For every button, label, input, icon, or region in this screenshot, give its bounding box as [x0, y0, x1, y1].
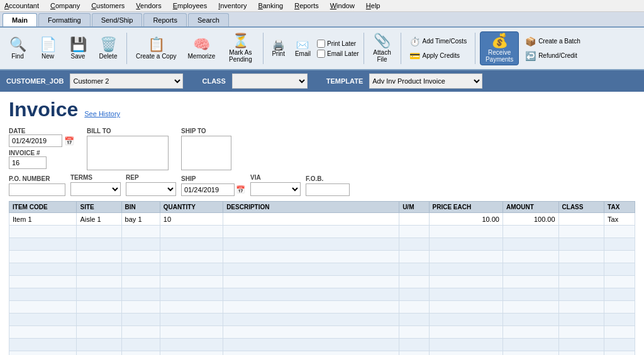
empty-cell[interactable] — [77, 226, 121, 238]
empty-cell[interactable] — [77, 301, 121, 314]
empty-cell[interactable] — [502, 326, 558, 339]
empty-cell[interactable] — [399, 263, 429, 276]
empty-cell[interactable] — [121, 288, 160, 301]
cell-amount[interactable]: 100.00 — [502, 213, 558, 226]
rep-select[interactable] — [126, 182, 176, 196]
add-time-button[interactable]: ⏱️ Add Time/Costs — [406, 35, 471, 48]
customer-job-select[interactable]: Customer 2 — [70, 74, 183, 89]
empty-cell[interactable] — [429, 288, 502, 301]
empty-cell[interactable] — [399, 238, 429, 251]
menu-accountant[interactable]: Accountant — [3, 1, 41, 10]
empty-cell[interactable] — [77, 276, 121, 288]
empty-cell[interactable] — [9, 226, 77, 238]
empty-cell[interactable] — [429, 326, 502, 339]
empty-cell[interactable] — [558, 339, 604, 351]
empty-cell[interactable] — [558, 351, 604, 356]
save-button[interactable]: 💾 Save — [64, 35, 92, 62]
refund-credit-button[interactable]: ↩️ Refund/Credit — [521, 50, 584, 62]
see-history-link[interactable]: See History — [84, 110, 120, 117]
empty-cell[interactable] — [77, 288, 121, 301]
empty-cell[interactable] — [223, 226, 399, 238]
empty-cell[interactable] — [77, 339, 121, 351]
empty-cell[interactable] — [399, 276, 429, 288]
empty-cell[interactable] — [223, 263, 399, 276]
menu-inventory[interactable]: Inventory — [216, 1, 248, 10]
empty-cell[interactable] — [160, 314, 223, 326]
terms-select[interactable] — [70, 182, 121, 196]
empty-cell[interactable] — [121, 226, 160, 238]
empty-cell[interactable] — [502, 314, 558, 326]
empty-cell[interactable] — [223, 276, 399, 288]
empty-cell[interactable] — [558, 301, 604, 314]
empty-cell[interactable] — [429, 226, 502, 238]
menu-vendors[interactable]: Vendors — [134, 1, 163, 10]
cell-item-code[interactable]: Item 1 — [9, 213, 77, 226]
empty-cell[interactable] — [604, 276, 635, 288]
empty-cell[interactable] — [429, 238, 502, 251]
cell-um[interactable] — [399, 213, 429, 226]
empty-cell[interactable] — [558, 251, 604, 263]
empty-cell[interactable] — [558, 226, 604, 238]
empty-cell[interactable] — [502, 251, 558, 263]
empty-cell[interactable] — [160, 301, 223, 314]
date-input[interactable] — [9, 134, 62, 147]
empty-cell[interactable] — [160, 226, 223, 238]
class-select[interactable] — [232, 74, 308, 89]
tab-formatting[interactable]: Formatting — [38, 13, 91, 26]
empty-cell[interactable] — [502, 263, 558, 276]
empty-cell[interactable] — [160, 326, 223, 339]
empty-cell[interactable] — [604, 301, 635, 314]
tab-main[interactable]: Main — [3, 13, 37, 26]
empty-cell[interactable] — [399, 339, 429, 351]
empty-cell[interactable] — [77, 238, 121, 251]
empty-cell[interactable] — [121, 301, 160, 314]
empty-cell[interactable] — [9, 351, 77, 356]
empty-cell[interactable] — [604, 238, 635, 251]
template-select[interactable]: Adv Inv Product Invoice — [369, 74, 482, 89]
empty-cell[interactable] — [502, 301, 558, 314]
menu-window[interactable]: Window — [328, 1, 357, 10]
empty-cell[interactable] — [223, 314, 399, 326]
empty-cell[interactable] — [9, 288, 77, 301]
tab-search[interactable]: Search — [188, 13, 229, 26]
create-batch-button[interactable]: 📦 Create a Batch — [521, 35, 584, 48]
ship-calendar-icon[interactable]: 📅 — [236, 185, 245, 194]
new-button[interactable]: 📄 New — [34, 35, 62, 62]
ship-to-address[interactable] — [181, 136, 231, 170]
empty-cell[interactable] — [9, 251, 77, 263]
cell-site[interactable]: Aisle 1 — [77, 213, 121, 226]
empty-cell[interactable] — [121, 251, 160, 263]
tab-send-ship[interactable]: Send/Ship — [92, 13, 143, 26]
empty-cell[interactable] — [429, 339, 502, 351]
empty-cell[interactable] — [429, 314, 502, 326]
via-select[interactable] — [250, 182, 301, 196]
empty-cell[interactable] — [399, 326, 429, 339]
empty-cell[interactable] — [399, 288, 429, 301]
cell-price-each[interactable]: 10.00 — [429, 213, 502, 226]
empty-cell[interactable] — [502, 276, 558, 288]
empty-cell[interactable] — [160, 251, 223, 263]
empty-cell[interactable] — [399, 226, 429, 238]
cell-description[interactable] — [223, 213, 399, 226]
empty-cell[interactable] — [9, 326, 77, 339]
empty-cell[interactable] — [429, 276, 502, 288]
email-later-checkbox[interactable] — [317, 50, 325, 58]
empty-cell[interactable] — [160, 339, 223, 351]
empty-cell[interactable] — [9, 339, 77, 351]
empty-cell[interactable] — [121, 263, 160, 276]
empty-cell[interactable] — [502, 226, 558, 238]
apply-credits-button[interactable]: 💳 Apply Credits — [406, 50, 471, 62]
empty-cell[interactable] — [9, 301, 77, 314]
email-button[interactable]: ✉️ Email — [291, 38, 314, 59]
empty-cell[interactable] — [9, 263, 77, 276]
empty-cell[interactable] — [558, 288, 604, 301]
find-button[interactable]: 🔍 Find — [4, 35, 31, 62]
empty-cell[interactable] — [223, 339, 399, 351]
empty-cell[interactable] — [502, 339, 558, 351]
empty-cell[interactable] — [121, 238, 160, 251]
empty-cell[interactable] — [604, 288, 635, 301]
delete-button[interactable]: 🗑️ Delete — [94, 35, 122, 62]
empty-cell[interactable] — [558, 314, 604, 326]
cell-bin[interactable]: bay 1 — [121, 213, 160, 226]
empty-cell[interactable] — [223, 351, 399, 356]
